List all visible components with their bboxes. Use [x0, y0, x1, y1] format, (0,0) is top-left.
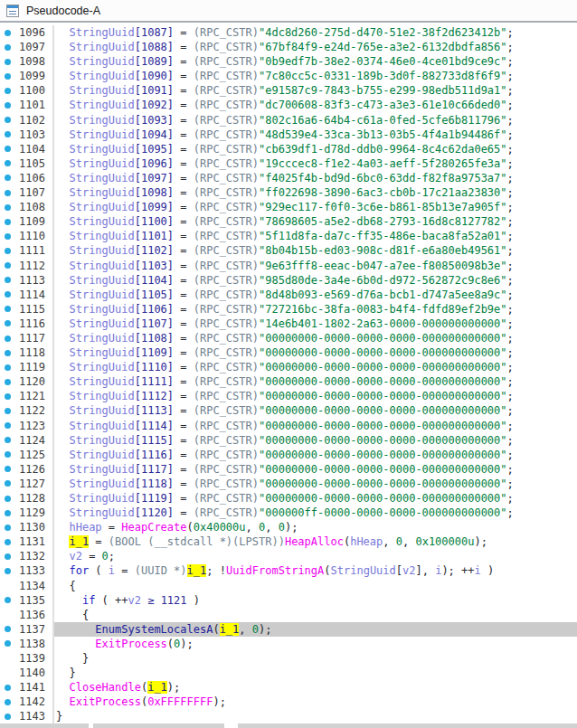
- code-line-1123[interactable]: 1123 StringUuid[1114] = (RPC_CSTR)"00000…: [0, 419, 577, 433]
- code-line-1139[interactable]: 1139 }: [0, 651, 577, 666]
- breakpoint-dot[interactable]: [5, 160, 11, 166]
- code-line-1131[interactable]: 1131 i_1 = (BOOL (__stdcall *)(LPSTR))He…: [0, 534, 577, 549]
- code-line-1127[interactable]: 1127 StringUuid[1118] = (RPC_CSTR)"00000…: [0, 477, 577, 491]
- code-line-1138[interactable]: 1138 ExitProcess(0);: [0, 637, 577, 651]
- breakpoint-dot[interactable]: [5, 466, 11, 472]
- code-line-1111[interactable]: 1111 StringUuid[1102] = (RPC_CSTR)"8b04b…: [0, 243, 577, 258]
- breakpoint-dot[interactable]: [5, 277, 11, 283]
- code-line-1129[interactable]: 1129 StringUuid[1120] = (RPC_CSTR)"00000…: [0, 506, 577, 520]
- breakpoint-dot[interactable]: [5, 190, 11, 196]
- breakpoint-dot[interactable]: [5, 30, 11, 36]
- code-line-1112[interactable]: 1112 StringUuid[1103] = (RPC_CSTR)"9e63f…: [0, 259, 577, 273]
- code-line-1102[interactable]: 1102 StringUuid[1093] = (RPC_CSTR)"802c1…: [0, 113, 577, 128]
- token-hivar[interactable]: i_1: [220, 623, 240, 636]
- code-line-1098[interactable]: 1098 StringUuid[1089] = (RPC_CSTR)"0b9ed…: [0, 54, 577, 69]
- breakpoint-dot[interactable]: [5, 699, 11, 705]
- code-line-1135[interactable]: 1135 if ( ++v2 ≥ 1121 ): [0, 593, 577, 608]
- breakpoint-dot[interactable]: [5, 306, 11, 312]
- breakpoint-dot[interactable]: [5, 480, 11, 487]
- breakpoint-dot[interactable]: [5, 539, 11, 545]
- code-text: EnumSystemLocalesA(i_1, 0);: [54, 622, 577, 637]
- breakpoint-dot[interactable]: [5, 364, 11, 371]
- code-line-1140[interactable]: 1140 }: [0, 666, 577, 680]
- code-line-1125[interactable]: 1125 StringUuid[1116] = (RPC_CSTR)"00000…: [0, 448, 577, 462]
- breakpoint-dot[interactable]: [5, 553, 11, 560]
- breakpoint-dot[interactable]: [5, 437, 11, 443]
- code-line-1097[interactable]: 1097 StringUuid[1088] = (RPC_CSTR)"67bf8…: [0, 40, 577, 54]
- tab-pseudocode-a[interactable]: Pseudocode-A: [6, 5, 100, 17]
- code-line-1114[interactable]: 1114 StringUuid[1105] = (RPC_CSTR)"8d48b…: [0, 288, 577, 302]
- code-line-1122[interactable]: 1122 StringUuid[1113] = (RPC_CSTR)"00000…: [0, 403, 577, 418]
- breakpoint-dot[interactable]: [5, 102, 11, 109]
- breakpoint-dot[interactable]: [5, 336, 11, 342]
- breakpoint-dot[interactable]: [5, 626, 11, 632]
- breakpoint-dot[interactable]: [5, 525, 11, 531]
- code-line-1110[interactable]: 1110 StringUuid[1101] = (RPC_CSTR)"5f11d…: [0, 229, 577, 243]
- breakpoint-dot[interactable]: [5, 510, 11, 516]
- breakpoint-dot[interactable]: [5, 131, 11, 137]
- pseudocode-view[interactable]: 1096 StringUuid[1087] = (RPC_CSTR)"4dc8d…: [0, 23, 577, 723]
- code-line-1119[interactable]: 1119 StringUuid[1110] = (RPC_CSTR)"00000…: [0, 360, 577, 374]
- breakpoint-dot[interactable]: [5, 640, 11, 647]
- code-line-1096[interactable]: 1096 StringUuid[1087] = (RPC_CSTR)"4dc8d…: [0, 25, 577, 40]
- code-line-1124[interactable]: 1124 StringUuid[1115] = (RPC_CSTR)"00000…: [0, 433, 577, 448]
- breakpoint-dot[interactable]: [5, 59, 11, 65]
- code-line-1103[interactable]: 1103 StringUuid[1094] = (RPC_CSTR)"48d53…: [0, 128, 577, 142]
- breakpoint-dot[interactable]: [5, 291, 11, 298]
- breakpoint-dot[interactable]: [5, 117, 11, 123]
- code-line-1130[interactable]: 1130 hHeap = HeapCreate(0x40000u, 0, 0);: [0, 520, 577, 534]
- breakpoint-dot[interactable]: [5, 568, 11, 574]
- token-hivar[interactable]: i_1: [187, 564, 207, 577]
- code-line-1136[interactable]: 1136 {: [0, 608, 577, 622]
- code-line-1117[interactable]: 1117 StringUuid[1108] = (RPC_CSTR)"00000…: [0, 331, 577, 345]
- breakpoint-dot[interactable]: [5, 422, 11, 429]
- code-line-1116[interactable]: 1116 StringUuid[1107] = (RPC_CSTR)"14e6b…: [0, 317, 577, 331]
- code-line-1133[interactable]: 1133 for ( i = (UUID *)i_1; !UuidFromStr…: [0, 563, 577, 578]
- code-line-1106[interactable]: 1106 StringUuid[1097] = (RPC_CSTR)"f4025…: [0, 171, 577, 185]
- token-str: "5f11d8fa-da7c-ff35-486e-baca8fa52a01": [259, 230, 507, 242]
- code-line-1121[interactable]: 1121 StringUuid[1112] = (RPC_CSTR)"00000…: [0, 389, 577, 403]
- breakpoint-dot[interactable]: [5, 248, 11, 254]
- code-line-1101[interactable]: 1101 StringUuid[1092] = (RPC_CSTR)"dc700…: [0, 98, 577, 112]
- breakpoint-dot[interactable]: [5, 597, 11, 603]
- code-line-1113[interactable]: 1113 StringUuid[1104] = (RPC_CSTR)"985d8…: [0, 273, 577, 288]
- breakpoint-dot[interactable]: [5, 44, 11, 51]
- breakpoint-dot[interactable]: [5, 146, 11, 152]
- code-line-1107[interactable]: 1107 StringUuid[1098] = (RPC_CSTR)"ff022…: [0, 185, 577, 200]
- code-line-1105[interactable]: 1105 StringUuid[1096] = (RPC_CSTR)"19ccc…: [0, 156, 577, 171]
- code-line-1109[interactable]: 1109 StringUuid[1100] = (RPC_CSTR)"78698…: [0, 214, 577, 229]
- code-line-1134[interactable]: 1134 {: [0, 579, 577, 593]
- breakpoint-dot[interactable]: [5, 233, 11, 240]
- code-line-1141[interactable]: 1141 CloseHandle(i_1);: [0, 680, 577, 695]
- code-line-1128[interactable]: 1128 StringUuid[1119] = (RPC_CSTR)"00000…: [0, 491, 577, 506]
- code-line-1099[interactable]: 1099 StringUuid[1090] = (RPC_CSTR)"7c80c…: [0, 69, 577, 83]
- code-line-1137[interactable]: 1137 EnumSystemLocalesA(i_1, 0);: [0, 622, 577, 637]
- code-line-1118[interactable]: 1118 StringUuid[1109] = (RPC_CSTR)"00000…: [0, 345, 577, 360]
- code-line-1126[interactable]: 1126 StringUuid[1117] = (RPC_CSTR)"00000…: [0, 462, 577, 477]
- breakpoint-dot[interactable]: [5, 219, 11, 225]
- breakpoint-dot[interactable]: [5, 204, 11, 211]
- code-line-1104[interactable]: 1104 StringUuid[1095] = (RPC_CSTR)"cb639…: [0, 142, 577, 156]
- breakpoint-dot[interactable]: [5, 262, 11, 269]
- token-hivar[interactable]: i_1: [69, 535, 89, 548]
- breakpoint-dot[interactable]: [5, 320, 11, 326]
- code-line-1100[interactable]: 1100 StringUuid[1091] = (RPC_CSTR)"e9158…: [0, 83, 577, 98]
- breakpoint-dot[interactable]: [5, 393, 11, 400]
- code-line-1120[interactable]: 1120 StringUuid[1111] = (RPC_CSTR)"00000…: [0, 374, 577, 389]
- breakpoint-dot[interactable]: [5, 714, 11, 720]
- breakpoint-dot[interactable]: [5, 408, 11, 414]
- breakpoint-dot[interactable]: [5, 496, 11, 502]
- code-line-1142[interactable]: 1142 ExitProcess(0xFFFFFFFF);: [0, 695, 577, 709]
- token-hivar[interactable]: i_1: [147, 681, 167, 694]
- breakpoint-dot[interactable]: [5, 73, 11, 80]
- breakpoint-dot[interactable]: [5, 451, 11, 458]
- code-line-1115[interactable]: 1115 StringUuid[1106] = (RPC_CSTR)"72721…: [0, 302, 577, 317]
- breakpoint-dot[interactable]: [5, 88, 11, 94]
- code-line-1108[interactable]: 1108 StringUuid[1099] = (RPC_CSTR)"929ec…: [0, 200, 577, 214]
- code-line-1143[interactable]: 1143}: [0, 709, 577, 723]
- breakpoint-dot[interactable]: [5, 175, 11, 181]
- breakpoint-dot[interactable]: [5, 379, 11, 385]
- breakpoint-dot[interactable]: [5, 350, 11, 356]
- breakpoint-dot[interactable]: [5, 685, 11, 691]
- code-line-1132[interactable]: 1132 v2 = 0;: [0, 549, 577, 563]
